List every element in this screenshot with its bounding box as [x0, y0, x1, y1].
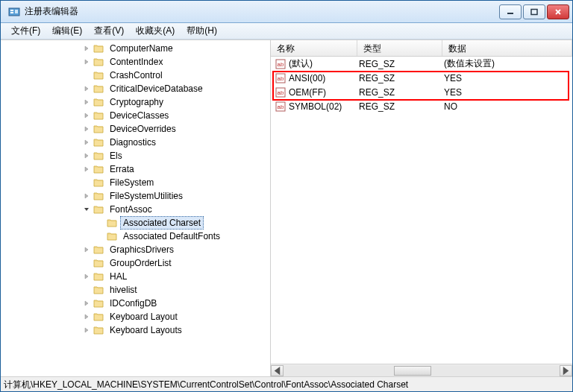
tree-item[interactable]: Els: [1, 149, 270, 162]
expand-icon: [96, 233, 104, 240]
folder-icon: [107, 232, 117, 241]
tree-label: DeviceOverrides: [107, 122, 179, 136]
window-buttons: [499, 4, 569, 19]
tree-item[interactable]: Cryptography: [1, 95, 270, 109]
col-data[interactable]: 数据: [442, 40, 572, 56]
tree-label: IDConfigDB: [107, 297, 160, 310]
key-tree-pane[interactable]: ComputerNameContentIndexCrashControlCrit…: [1, 40, 271, 376]
tree-item[interactable]: Keyboard Layout: [1, 310, 270, 323]
expand-icon[interactable]: [83, 326, 90, 334]
minimize-button[interactable]: [499, 4, 522, 19]
value-row[interactable]: abANSI(00)REG_SZYES: [271, 71, 572, 85]
tree-item[interactable]: GraphicsDrivers: [1, 243, 270, 256]
tree-item[interactable]: FontAssoc: [1, 203, 270, 216]
value-row[interactable]: ab(默认)REG_SZ(数值未设置): [271, 57, 572, 71]
folder-icon: [93, 192, 104, 200]
expand-icon[interactable]: [83, 45, 90, 52]
horizontal-scrollbar[interactable]: [271, 364, 572, 376]
menu-view[interactable]: 查看(V): [88, 23, 130, 39]
folder-icon: [93, 326, 104, 335]
tree-item[interactable]: DeviceOverrides: [1, 122, 270, 136]
scroll-right-icon[interactable]: [560, 365, 572, 376]
tree-item[interactable]: FileSystemUtilities: [1, 189, 270, 203]
folder-icon: [93, 138, 104, 147]
folder-icon: [93, 57, 104, 66]
scroll-track[interactable]: [284, 365, 560, 376]
tree-label: Errata: [107, 162, 137, 176]
tree-label: hivelist: [107, 283, 140, 297]
tree-item[interactable]: Associated DefaultFonts: [1, 230, 270, 243]
expand-icon[interactable]: [83, 286, 90, 294]
tree-item[interactable]: IDConfigDB: [1, 297, 270, 310]
col-name[interactable]: 名称: [271, 40, 357, 56]
folder-icon: [93, 178, 104, 187]
tree-label: Keyboard Layouts: [107, 323, 185, 337]
maximize-button[interactable]: [523, 4, 545, 19]
value-data: YES: [444, 87, 572, 98]
value-list[interactable]: ab(默认)REG_SZ(数值未设置)abANSI(00)REG_SZYESab…: [271, 57, 572, 364]
expand-icon[interactable]: [83, 179, 90, 186]
tree-label: Diagnostics: [107, 136, 159, 149]
expand-icon[interactable]: [83, 152, 90, 159]
tree-label: GraphicsDrivers: [107, 243, 177, 256]
expand-icon[interactable]: [83, 206, 90, 213]
expand-icon[interactable]: [83, 139, 90, 146]
tree-item[interactable]: DeviceClasses: [1, 109, 270, 122]
tree-item[interactable]: GroupOrderList: [1, 256, 270, 270]
scroll-thumb[interactable]: [394, 366, 431, 376]
value-data: YES: [444, 73, 572, 83]
tree-label: FileSystemUtilities: [107, 189, 186, 203]
expand-icon[interactable]: [83, 85, 90, 92]
svg-marker-20: [85, 274, 88, 279]
col-type[interactable]: 类型: [357, 40, 442, 56]
window-title: 注册表编辑器: [25, 5, 499, 18]
expand-icon[interactable]: [83, 112, 90, 119]
value-list-pane: 名称 类型 数据 ab(默认)REG_SZ(数值未设置)abANSI(00)RE…: [271, 40, 572, 376]
scroll-left-icon[interactable]: [271, 365, 284, 376]
menu-bar: 文件(F) 编辑(E) 查看(V) 收藏夹(A) 帮助(H): [1, 23, 572, 39]
title-bar[interactable]: 注册表编辑器: [1, 1, 572, 23]
expand-icon[interactable]: [83, 300, 90, 307]
expand-icon[interactable]: [83, 313, 90, 320]
svg-marker-11: [85, 100, 88, 104]
expand-icon[interactable]: [83, 192, 90, 200]
expand-icon[interactable]: [83, 165, 90, 173]
tree-item[interactable]: CriticalDeviceDatabase: [1, 82, 270, 95]
value-data: (数值未设置): [444, 57, 572, 70]
value-row[interactable]: abOEM(FF)REG_SZYES: [271, 85, 572, 99]
folder-icon: [93, 205, 104, 214]
expand-icon[interactable]: [83, 125, 90, 133]
expand-icon[interactable]: [83, 58, 90, 66]
tree-item[interactable]: FileSystem: [1, 176, 270, 189]
tree-item[interactable]: HAL: [1, 270, 270, 283]
folder-icon: [93, 259, 104, 268]
value-type: REG_SZ: [359, 87, 444, 98]
tree-label: Associated DefaultFonts: [120, 230, 223, 243]
expand-icon[interactable]: [83, 72, 90, 79]
folder-icon: [93, 71, 104, 80]
tree-item[interactable]: Diagnostics: [1, 136, 270, 149]
menu-favorites[interactable]: 收藏夹(A): [130, 23, 181, 39]
folder-icon: [93, 84, 104, 93]
expand-icon[interactable]: [83, 246, 90, 253]
expand-icon[interactable]: [83, 273, 90, 280]
tree-item[interactable]: Associated Charset: [1, 216, 270, 230]
tree-item[interactable]: ContentIndex: [1, 55, 270, 69]
close-button[interactable]: [547, 4, 569, 19]
value-row[interactable]: abSYMBOL(02)REG_SZNO: [271, 99, 572, 113]
tree-item[interactable]: hivelist: [1, 283, 270, 297]
tree-label: Associated Charset: [120, 216, 204, 230]
expand-icon[interactable]: [83, 259, 90, 267]
svg-marker-21: [85, 301, 88, 306]
tree-item[interactable]: CrashControl: [1, 69, 270, 82]
menu-edit[interactable]: 编辑(E): [46, 23, 88, 39]
menu-help[interactable]: 帮助(H): [181, 23, 223, 39]
menu-file[interactable]: 文件(F): [5, 23, 46, 39]
tree-label: Keyboard Layout: [107, 310, 181, 323]
expand-icon[interactable]: [83, 98, 90, 106]
tree-item[interactable]: Errata: [1, 162, 270, 176]
tree-label: CrashControl: [107, 69, 166, 82]
folder-icon: [93, 272, 104, 281]
tree-item[interactable]: Keyboard Layouts: [1, 323, 270, 337]
tree-item[interactable]: ComputerName: [1, 42, 270, 55]
